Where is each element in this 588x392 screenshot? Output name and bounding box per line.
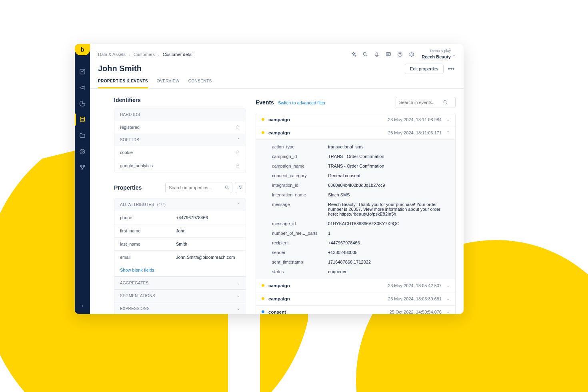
id-ga-label: google_analytics	[120, 163, 153, 168]
section-aggregates[interactable]: AGGREGATES ⌄	[114, 276, 246, 289]
soft-ids-header[interactable]: SOFT IDS ⌃	[114, 134, 246, 146]
nav-analytics-icon[interactable]	[79, 100, 86, 107]
nav-folder-icon[interactable]	[79, 132, 86, 139]
detail-row: integration_id6360e04b4f02b3d3d1b27cc9	[272, 180, 450, 190]
nav-data-assets-icon[interactable]	[79, 116, 86, 123]
detail-value: enqueued	[328, 269, 450, 274]
detail-row: integration_nameSinch SMS	[272, 190, 450, 200]
detail-key: sender	[272, 250, 328, 255]
show-blank-fields-link[interactable]: Show blank fields	[114, 264, 246, 276]
section-expressions[interactable]: EXPRESSIONS ⌄	[114, 302, 246, 314]
svg-point-1	[80, 117, 85, 118]
filter-button[interactable]	[235, 182, 246, 193]
chevron-down-icon: ⌄	[446, 310, 450, 314]
lock-icon	[235, 150, 240, 155]
workspace-name: Reech Beauty	[422, 54, 451, 59]
chevron-down-icon: ⌄	[446, 296, 450, 301]
event-row[interactable]: campaign 23 May 2024, 18:05:39.681 ⌄	[256, 292, 455, 305]
detail-key: integration_id	[272, 183, 328, 188]
prop-value: +447967978466	[176, 215, 208, 220]
hard-ids-label: HARD IDS	[120, 112, 140, 117]
events-search-input[interactable]	[396, 100, 440, 105]
all-attributes-label: ALL ATTRIBUTES	[120, 202, 154, 207]
properties-title: Properties	[114, 184, 142, 191]
prop-row-first-name[interactable]: first_name John	[114, 224, 246, 237]
sidebar: b	[75, 44, 90, 314]
properties-search-input[interactable]	[166, 185, 222, 190]
prop-row-last-name[interactable]: last_name Smith	[114, 237, 246, 250]
crumb-customers[interactable]: Customers	[134, 52, 155, 57]
section-segmentations[interactable]: SEGMENTATIONS ⌄	[114, 289, 246, 302]
nav-dashboard-icon[interactable]	[79, 68, 86, 75]
svg-point-14	[444, 100, 446, 103]
event-row[interactable]: campaign 23 May 2024, 18:11:08.984 ⌄	[256, 113, 455, 126]
gear-icon[interactable]	[408, 52, 414, 58]
detail-value: TRANS - Order Confirmation	[328, 164, 450, 168]
svg-rect-10	[236, 127, 239, 129]
detail-key: consent_category	[272, 173, 328, 178]
page-title: John Smith	[98, 64, 142, 73]
prop-row-phone[interactable]: phone +447967978466	[114, 211, 246, 224]
event-time: 23 May 2024, 18:11:08.984	[388, 117, 442, 122]
detail-key: integration_name	[272, 192, 328, 197]
detail-value: +447967978466	[328, 240, 450, 245]
id-row-registered[interactable]: registered	[114, 121, 246, 134]
prop-row-email[interactable]: email John.Smith@bloomreach.com	[114, 250, 246, 264]
search-icon[interactable]	[362, 52, 368, 58]
switch-advanced-filter-link[interactable]: Switch to advanced filter	[278, 100, 326, 105]
edit-properties-button[interactable]: Edit properties	[405, 64, 444, 74]
ai-sparkle-icon[interactable]	[350, 52, 356, 58]
soft-ids-label: SOFT IDS	[120, 138, 139, 142]
event-row[interactable]: campaign 23 May 2024, 18:11:06.171 ⌃	[256, 126, 455, 139]
nav-play-icon[interactable]	[79, 148, 86, 155]
detail-row: sent_timestamp1716487866.1712022	[272, 257, 450, 267]
detail-value: transactional_sms	[328, 144, 450, 149]
event-dot-icon	[262, 118, 264, 121]
prop-value: John.Smith@bloomreach.com	[176, 255, 235, 260]
search-icon	[222, 185, 232, 190]
detail-key: number_of_me..._parts	[272, 231, 328, 236]
event-name: consent	[268, 310, 390, 314]
nav-integrations-icon[interactable]	[79, 164, 86, 171]
event-row[interactable]: consent 25 Oct 2022, 14:50:54.076 ⌄	[256, 305, 455, 314]
prop-key: last_name	[120, 242, 176, 246]
identifiers-title: Identifiers	[114, 97, 246, 103]
event-detail-panel: action_typetransactional_sms campaign_id…	[256, 139, 455, 279]
events-search[interactable]	[396, 97, 456, 108]
detail-row: consent_categoryGeneral consent	[272, 171, 450, 180]
detail-tabs: PROPERTIES & EVENTS OVERVIEW CONSENTS	[90, 74, 464, 89]
chat-icon[interactable]	[385, 52, 391, 58]
nav-campaigns-icon[interactable]	[79, 84, 86, 91]
prop-key: phone	[120, 215, 176, 220]
all-attributes-header[interactable]: ALL ATTRIBUTES (4/7) ⌃	[114, 198, 246, 211]
event-name: campaign	[268, 296, 388, 301]
aggregates-label: AGGREGATES	[120, 281, 148, 285]
detail-row: messageReech Beauty: Thank you for your …	[272, 200, 450, 219]
bell-icon[interactable]	[374, 52, 380, 58]
help-icon[interactable]	[397, 52, 403, 58]
svg-point-13	[225, 186, 228, 188]
id-row-google-analytics[interactable]: google_analytics	[114, 159, 246, 172]
sidebar-collapse-icon[interactable]	[80, 304, 85, 308]
detail-value: TRANS - Order Confirmation	[328, 154, 450, 159]
workspace-switcher[interactable]: Demo & play Reech Beauty ⌄	[420, 49, 456, 60]
tab-consents[interactable]: CONSENTS	[188, 79, 212, 88]
tab-overview[interactable]: OVERVIEW	[157, 79, 180, 88]
properties-search[interactable]	[165, 182, 232, 193]
svg-point-6	[363, 53, 366, 56]
event-dot-icon	[262, 284, 264, 287]
event-name: campaign	[268, 117, 388, 122]
crumb-data-assets[interactable]: Data & Assets	[98, 52, 126, 57]
event-row[interactable]: campaign 23 May 2024, 18:05:42.507 ⌄	[256, 279, 455, 292]
identifiers-panel: HARD IDS registered SOFT IDS ⌃ cookie	[114, 108, 246, 172]
more-actions-icon[interactable]: •••	[447, 64, 456, 73]
svg-point-2	[80, 149, 85, 154]
tab-properties-events[interactable]: PROPERTIES & EVENTS	[98, 79, 148, 88]
lock-icon	[235, 125, 240, 130]
brand-logo[interactable]: b	[75, 44, 90, 55]
id-row-cookie[interactable]: cookie	[114, 146, 246, 159]
hard-ids-header[interactable]: HARD IDS	[114, 108, 246, 121]
detail-key: recipient	[272, 240, 328, 245]
prop-key: email	[120, 255, 176, 260]
lock-icon	[235, 163, 240, 168]
